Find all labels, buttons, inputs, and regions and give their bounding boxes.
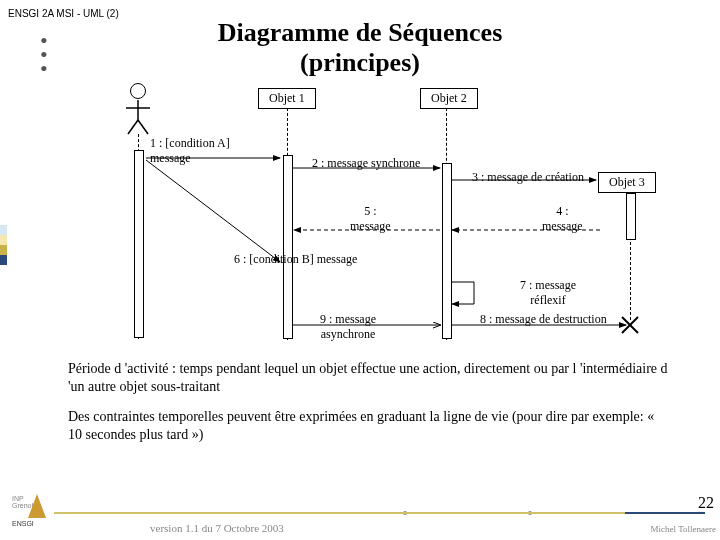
msg-4: 4 : message bbox=[542, 204, 583, 234]
svg-line-3 bbox=[138, 120, 148, 134]
diagram-svg bbox=[0, 0, 720, 540]
logo-bottom: ENSGI bbox=[12, 520, 34, 527]
activation-3 bbox=[626, 193, 636, 240]
activation-2 bbox=[442, 163, 452, 339]
object-3: Objet 3 bbox=[598, 172, 656, 193]
object-1: Objet 1 bbox=[258, 88, 316, 109]
msg-3: 3 : message de création bbox=[472, 170, 584, 185]
svg-line-2 bbox=[128, 120, 138, 134]
slide-title: Diagramme de Séquences (principes) bbox=[0, 18, 720, 78]
msg-8: 8 : message de destruction bbox=[480, 312, 607, 327]
msg-1: 1 : [condition A] message bbox=[150, 136, 230, 166]
msg-6: 6 : [condition B] message bbox=[234, 252, 357, 267]
object-2: Objet 2 bbox=[420, 88, 478, 109]
msg-5: 5 : message bbox=[350, 204, 391, 234]
side-stripes bbox=[0, 225, 7, 265]
page-number: 22 bbox=[698, 494, 714, 512]
triangle-icon bbox=[28, 494, 46, 518]
msg-9: 9 : message asynchrone bbox=[320, 312, 376, 342]
actor-icon bbox=[130, 83, 146, 99]
footer-version: version 1.1 du 7 Octobre 2003 bbox=[150, 522, 284, 534]
paragraph-1: Période d 'activité : temps pendant lequ… bbox=[68, 360, 668, 395]
activation-actor bbox=[134, 150, 144, 338]
paragraph-2: Des contraintes temporelles peuvent être… bbox=[68, 408, 668, 443]
svg-line-9 bbox=[146, 160, 280, 262]
footer-band bbox=[0, 512, 720, 514]
footer-author: Michel Tollenaere bbox=[651, 524, 716, 534]
msg-7: 7 : message réflexif bbox=[520, 278, 576, 308]
bullet-marks: ••• bbox=[40, 34, 48, 76]
activation-1 bbox=[283, 155, 293, 339]
msg-2: 2 : message synchrone bbox=[312, 156, 420, 171]
